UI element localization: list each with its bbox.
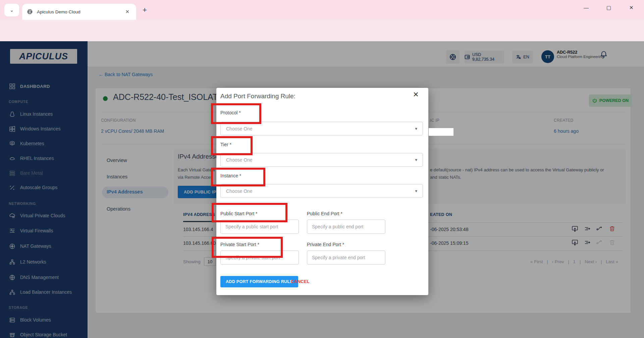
public-end-port-input[interactable] <box>307 220 385 234</box>
window-maximize-button[interactable]: ▢ <box>606 5 611 11</box>
chevron-down-icon: ⌄ <box>10 7 14 13</box>
modal-close-icon[interactable]: ✕ <box>413 91 419 99</box>
new-tab-button[interactable]: + <box>143 6 147 14</box>
window-minimize-button[interactable]: — <box>584 5 589 10</box>
window-close-button[interactable]: ✕ <box>629 5 634 11</box>
annotation-box-public-start-port <box>212 203 287 222</box>
add-port-forwarding-rule-button[interactable]: ADD PORT FORWARDING RULE <box>220 276 298 287</box>
private-end-port-label: Private End Port * <box>307 242 344 247</box>
favicon-globe-icon <box>27 9 33 15</box>
browser-tab-strip: ⌄ Apiculus Demo Cloud ✕ + — ▢ ✕ <box>0 0 644 20</box>
redaction-box-public-ip <box>429 128 453 136</box>
annotation-box-protocol <box>211 103 261 124</box>
tab-title: Apiculus Demo Cloud <box>37 9 123 14</box>
chevron-down-icon: ▾ <box>415 126 417 131</box>
private-end-port-input[interactable] <box>307 250 385 265</box>
browser-toolbar: ← → ⟳ try.apiculus.io/site/#/detail-publ… <box>0 20 644 41</box>
public-end-port-label: Public End Port * <box>307 211 342 216</box>
annotation-box-tier <box>211 136 253 155</box>
cancel-button[interactable]: CANCEL <box>289 279 312 284</box>
chevron-down-icon: ▾ <box>415 157 417 162</box>
modal-title: Add Port Forwarding Rule: <box>220 93 296 100</box>
browser-tab[interactable]: Apiculus Demo Cloud ✕ <box>22 4 136 20</box>
screen: ⌄ Apiculus Demo Cloud ✕ + — ▢ ✕ ← → ⟳ tr… <box>0 0 644 338</box>
tab-search-chevron-button[interactable]: ⌄ <box>4 4 19 16</box>
chevron-down-icon: ▾ <box>415 188 417 193</box>
tab-close-icon[interactable]: ✕ <box>123 8 131 15</box>
annotation-box-private-start-port <box>212 237 283 258</box>
annotation-box-instance <box>211 168 265 186</box>
